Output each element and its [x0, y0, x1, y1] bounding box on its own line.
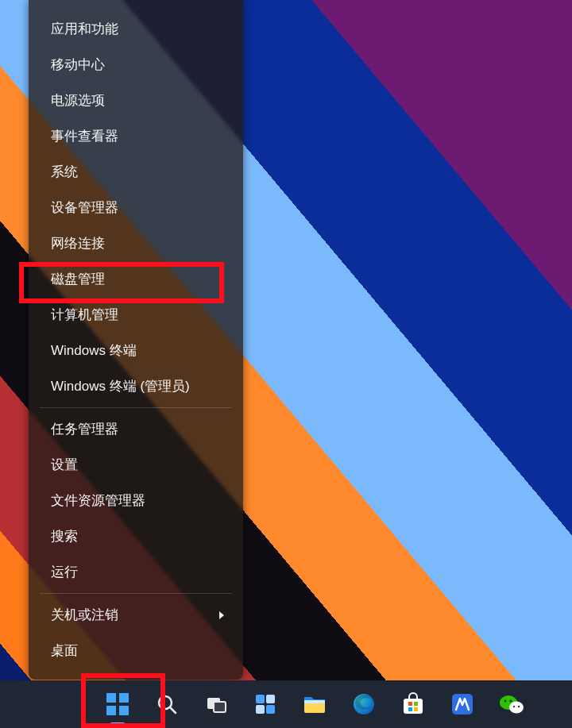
menu-item-search[interactable]: 搜索: [33, 518, 238, 554]
file-explorer-icon: [303, 694, 327, 715]
menu-label: 网络连接: [51, 237, 105, 250]
taskbar-widgets-button[interactable]: [248, 687, 283, 722]
svg-rect-1: [119, 693, 129, 703]
svg-rect-13: [304, 700, 325, 703]
menu-item-desktop[interactable]: 桌面: [33, 633, 238, 668]
taskbar-start-button[interactable]: [100, 687, 135, 722]
taskbar-app-button[interactable]: [445, 687, 480, 722]
svg-rect-18: [408, 707, 412, 711]
menu-label: 应用和功能: [51, 22, 118, 36]
menu-item-system[interactable]: 系统: [33, 154, 238, 190]
app-icon: [450, 692, 474, 716]
svg-rect-7: [214, 702, 226, 712]
menu-label: Windows 终端 (管理员): [51, 379, 190, 393]
svg-rect-19: [414, 707, 418, 711]
svg-rect-8: [256, 695, 265, 703]
menu-label: 移动中心: [51, 58, 105, 71]
svg-rect-10: [256, 705, 265, 714]
menu-label: Windows 终端: [51, 344, 137, 357]
svg-rect-15: [404, 699, 423, 714]
svg-rect-0: [106, 693, 116, 703]
menu-label: 文件资源管理器: [51, 494, 145, 507]
menu-item-task-manager[interactable]: 任务管理器: [33, 411, 238, 447]
menu-label: 运行: [51, 565, 78, 579]
menu-label: 磁盘管理: [51, 272, 105, 286]
wechat-icon: [499, 693, 524, 715]
store-icon: [401, 692, 425, 716]
menu-item-computer-management[interactable]: 计算机管理: [33, 297, 238, 333]
svg-point-26: [518, 706, 520, 707]
menu-label: 桌面: [51, 644, 78, 657]
start-icon: [106, 692, 129, 716]
menu-item-run[interactable]: 运行: [33, 554, 238, 590]
svg-point-23: [504, 700, 507, 703]
menu-item-windows-terminal-admin[interactable]: Windows 终端 (管理员): [33, 368, 238, 404]
menu-separator: [40, 593, 232, 594]
menu-separator: [40, 407, 232, 408]
menu-label: 设置: [51, 458, 78, 472]
svg-rect-2: [106, 706, 116, 715]
taskbar-task-view-button[interactable]: [199, 687, 234, 722]
menu-label: 计算机管理: [51, 308, 118, 322]
taskbar-edge-button[interactable]: [346, 687, 381, 722]
svg-point-25: [513, 706, 515, 707]
menu-item-shutdown-signout[interactable]: 关机或注销: [33, 597, 238, 633]
task-view-icon: [205, 693, 227, 715]
menu-item-event-viewer[interactable]: 事件查看器: [33, 118, 238, 154]
taskbar-wechat-button[interactable]: [494, 687, 529, 722]
menu-label: 设备管理器: [51, 201, 118, 214]
menu-item-power-options[interactable]: 电源选项: [33, 83, 238, 118]
menu-label: 系统: [51, 165, 78, 179]
taskbar-store-button[interactable]: [396, 687, 431, 722]
menu-item-disk-management[interactable]: 磁盘管理: [33, 261, 238, 297]
menu-label: 事件查看器: [51, 129, 118, 143]
menu-label: 任务管理器: [51, 422, 118, 436]
menu-item-settings[interactable]: 设置: [33, 447, 238, 483]
taskbar: [0, 680, 572, 728]
svg-rect-17: [414, 702, 418, 706]
menu-label: 电源选项: [51, 94, 105, 107]
svg-rect-11: [266, 705, 275, 714]
winx-context-menu: 应用和功能 移动中心 电源选项 事件查看器 系统 设备管理器 网络连接 磁盘管理…: [29, 0, 243, 680]
menu-item-apps-and-features[interactable]: 应用和功能: [33, 11, 238, 47]
taskbar-file-explorer-button[interactable]: [297, 687, 332, 722]
menu-item-device-manager[interactable]: 设备管理器: [33, 190, 238, 225]
menu-label: 搜索: [51, 530, 78, 543]
menu-item-network-connections[interactable]: 网络连接: [33, 225, 238, 261]
chevron-right-icon: [219, 611, 224, 619]
menu-label: 关机或注销: [51, 608, 118, 622]
svg-rect-3: [119, 706, 129, 715]
menu-item-file-explorer[interactable]: 文件资源管理器: [33, 483, 238, 518]
taskbar-search-button[interactable]: [149, 687, 184, 722]
svg-rect-9: [266, 695, 275, 703]
widgets-icon: [254, 693, 276, 715]
svg-rect-16: [408, 702, 412, 706]
menu-item-mobility-center[interactable]: 移动中心: [33, 47, 238, 83]
edge-icon: [352, 692, 376, 716]
search-icon: [156, 693, 178, 715]
menu-item-windows-terminal[interactable]: Windows 终端: [33, 333, 238, 368]
svg-point-24: [510, 700, 512, 703]
svg-line-5: [170, 707, 176, 713]
svg-point-22: [509, 702, 524, 714]
